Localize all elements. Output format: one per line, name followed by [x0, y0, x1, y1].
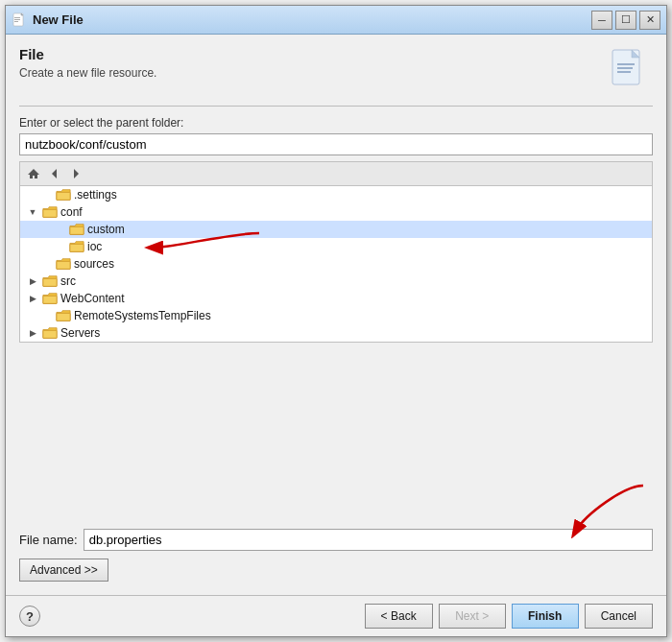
- expander-icon: [53, 223, 66, 236]
- folder-icon: [42, 326, 58, 340]
- forward-nav-button[interactable]: [66, 164, 85, 183]
- tree-item-label: sources: [74, 257, 114, 271]
- advanced-button[interactable]: Advanced >>: [19, 559, 108, 582]
- bottom-bar: ? < Back Next > Finish Cancel: [6, 595, 666, 636]
- tree-item[interactable]: ▶ Servers: [20, 324, 652, 342]
- folder-icon: [42, 274, 58, 288]
- svg-rect-21: [43, 330, 57, 338]
- tree-item[interactable]: RemoteSystemsTempFiles: [20, 307, 652, 324]
- folder-label: Enter or select the parent folder:: [19, 116, 653, 130]
- back-button[interactable]: < Back: [365, 604, 433, 629]
- tree-toolbar: [19, 161, 653, 185]
- folder-icon: [56, 188, 71, 202]
- svg-rect-18: [43, 278, 57, 286]
- window-title: New File: [33, 12, 591, 27]
- svg-rect-20: [57, 313, 70, 321]
- svg-rect-2: [14, 19, 20, 20]
- expander-icon: ▶: [26, 292, 39, 305]
- folder-icon: [69, 223, 84, 236]
- header-section: File Create a new file resource.: [19, 46, 653, 92]
- expander-icon: ▶: [26, 274, 39, 288]
- svg-rect-9: [617, 71, 631, 73]
- svg-rect-15: [70, 226, 84, 234]
- svg-marker-10: [28, 169, 39, 178]
- filename-label: File name:: [19, 533, 78, 547]
- expander-icon: ▼: [26, 205, 39, 219]
- window-icon: [12, 12, 27, 28]
- restore-button[interactable]: ☐: [615, 11, 636, 30]
- window: New File ─ ☐ ✕ File Create a new file re…: [5, 5, 667, 637]
- filename-row: File name:: [19, 529, 653, 551]
- folder-icon: [42, 292, 58, 305]
- svg-rect-1: [14, 17, 20, 18]
- folder-icon: [42, 205, 58, 219]
- tree-item[interactable]: ▼ conf: [20, 203, 652, 221]
- tree-item[interactable]: ioc: [20, 238, 652, 255]
- expander-icon: ▶: [26, 326, 39, 340]
- tree-item-label: RemoteSystemsTempFiles: [74, 309, 211, 322]
- close-button[interactable]: ✕: [639, 11, 660, 30]
- folder-tree[interactable]: .settings ▼ conf: [19, 185, 653, 343]
- back-nav-button[interactable]: [45, 164, 64, 183]
- title-bar: New File ─ ☐ ✕: [6, 6, 666, 35]
- expander-icon: [39, 257, 53, 271]
- svg-rect-13: [57, 192, 70, 200]
- tree-item[interactable]: ▶ WebContent: [20, 290, 652, 307]
- expander-icon: [39, 188, 53, 202]
- svg-rect-14: [43, 209, 57, 217]
- tree-item-label: custom: [87, 223, 125, 236]
- tree-item[interactable]: .settings: [20, 186, 652, 203]
- window-controls: ─ ☐ ✕: [591, 11, 660, 30]
- folder-input[interactable]: [19, 133, 653, 155]
- tree-item-label: src: [60, 274, 76, 288]
- cancel-button[interactable]: Cancel: [585, 604, 653, 629]
- page-title: File: [19, 46, 599, 62]
- next-button[interactable]: Next >: [439, 604, 506, 629]
- help-button[interactable]: ?: [19, 606, 40, 627]
- svg-rect-19: [43, 296, 57, 303]
- folder-icon: [69, 240, 84, 253]
- svg-marker-11: [52, 169, 57, 178]
- svg-rect-7: [617, 63, 635, 65]
- tree-item[interactable]: sources: [20, 255, 652, 273]
- svg-rect-16: [70, 244, 84, 251]
- nav-buttons: < Back Next > Finish Cancel: [365, 604, 653, 629]
- file-icon: [607, 46, 653, 92]
- folder-icon: [56, 257, 71, 271]
- tree-item-label: Servers: [60, 326, 100, 340]
- tree-item[interactable]: ▶ src: [20, 273, 652, 290]
- filename-input[interactable]: [84, 529, 653, 551]
- content-area: File Create a new file resource. Enter o…: [6, 35, 666, 595]
- svg-marker-12: [74, 169, 79, 178]
- tree-wrapper: .settings ▼ conf: [19, 185, 653, 521]
- svg-rect-17: [57, 261, 70, 269]
- tree-item-label: .settings: [74, 188, 117, 202]
- tree-item-label: WebContent: [60, 292, 125, 305]
- tree-item-label: ioc: [87, 240, 102, 253]
- page-subtitle: Create a new file resource.: [19, 66, 599, 80]
- header-text: File Create a new file resource.: [19, 46, 599, 80]
- expander-icon: [39, 309, 53, 322]
- tree-item-label: conf: [60, 205, 83, 219]
- svg-rect-3: [14, 21, 18, 22]
- finish-button[interactable]: Finish: [512, 604, 579, 629]
- expander-icon: [53, 240, 66, 253]
- home-button[interactable]: [24, 164, 43, 183]
- minimize-button[interactable]: ─: [591, 11, 612, 30]
- advanced-section: Advanced >>: [19, 559, 653, 587]
- svg-rect-8: [617, 67, 633, 69]
- tree-item[interactable]: custom: [20, 221, 652, 238]
- separator: [19, 106, 653, 107]
- folder-icon: [56, 309, 71, 322]
